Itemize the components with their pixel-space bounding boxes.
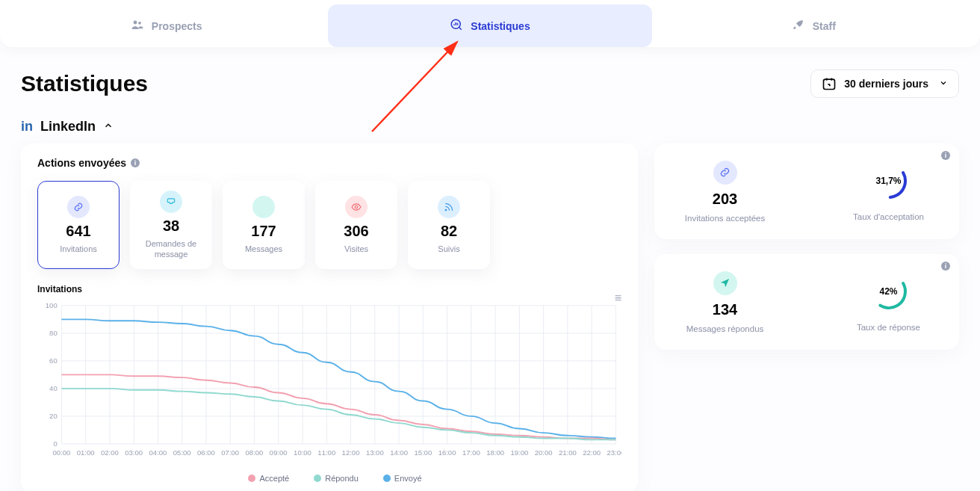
card-message-requests[interactable]: 38 Demandes de message <box>130 181 212 269</box>
rate-label: Taux de réponse <box>857 323 920 332</box>
stat-card-invitations-accepted: i 203 Invitations acceptées 31,7% Taux d… <box>654 143 959 239</box>
svg-text:12:00: 12:00 <box>342 448 360 457</box>
svg-point-0 <box>133 21 137 25</box>
svg-text:60: 60 <box>49 356 58 365</box>
svg-text:16:00: 16:00 <box>438 448 456 457</box>
card-visits[interactable]: 306 Visites <box>315 181 397 269</box>
chart-area: ≡ 02040608010000:0001:0002:0003:0004:000… <box>37 294 621 483</box>
svg-point-5 <box>355 206 358 209</box>
tab-statistiques[interactable]: Statistiques <box>328 4 651 47</box>
card-messages[interactable]: 177 Messages <box>223 181 305 269</box>
svg-text:0: 0 <box>53 439 57 448</box>
svg-text:80: 80 <box>49 329 58 337</box>
svg-text:40: 40 <box>49 384 58 392</box>
linkedin-icon: in <box>21 119 33 135</box>
chevron-down-icon <box>939 78 948 90</box>
eye-icon <box>345 196 368 218</box>
legend-sent: Envoyé <box>383 474 422 483</box>
stat-label: Invitations acceptées <box>685 214 765 223</box>
analytics-icon <box>450 18 463 34</box>
actions-panel: Actions envoyées i 641 Invitations 38 De… <box>21 143 638 491</box>
svg-text:11:00: 11:00 <box>317 448 335 457</box>
svg-point-1 <box>138 22 141 25</box>
svg-text:06:00: 06:00 <box>197 448 215 457</box>
svg-text:09:00: 09:00 <box>270 448 288 457</box>
tab-label: Statistiques <box>471 20 530 32</box>
chart-title: Invitations <box>37 284 621 294</box>
card-value: 177 <box>251 223 276 240</box>
svg-text:20:00: 20:00 <box>535 448 553 457</box>
tab-label: Staff <box>813 20 836 32</box>
svg-text:20: 20 <box>49 412 58 420</box>
svg-text:14:00: 14:00 <box>390 448 408 457</box>
rate-label: Taux d'acceptation <box>853 212 924 221</box>
svg-text:15:00: 15:00 <box>414 448 432 457</box>
card-follows[interactable]: 82 Suivis <box>408 181 490 269</box>
calendar-icon <box>822 76 837 91</box>
card-value: 641 <box>66 223 90 240</box>
info-icon[interactable]: i <box>941 151 950 160</box>
svg-text:10:00: 10:00 <box>294 448 311 457</box>
stat-label: Messages répondus <box>686 324 764 333</box>
card-label: Invitations <box>57 244 100 255</box>
send-icon <box>252 196 275 218</box>
svg-text:23:00: 23:00 <box>607 448 621 457</box>
acceptance-rate-ring: 31,7% <box>869 161 908 200</box>
rate-value: 31,7% <box>869 161 908 200</box>
svg-text:04:00: 04:00 <box>149 448 167 457</box>
chevron-up-icon <box>103 120 114 134</box>
date-range-picker[interactable]: 30 derniers jours <box>810 70 959 98</box>
svg-text:03:00: 03:00 <box>125 448 143 457</box>
svg-text:18:00: 18:00 <box>486 448 504 457</box>
users-icon <box>131 18 144 34</box>
chart-menu-icon[interactable]: ≡ <box>615 291 621 305</box>
stat-card-messages-replied: i 134 Messages répondus 42% Taux de répo… <box>654 254 959 350</box>
stat-value: 203 <box>713 191 737 208</box>
info-icon[interactable]: i <box>131 158 140 167</box>
card-label: Visites <box>341 244 371 255</box>
rocket-icon <box>792 18 805 34</box>
link-icon <box>67 196 90 218</box>
tab-staff[interactable]: Staff <box>652 4 976 47</box>
svg-text:19:00: 19:00 <box>510 448 528 457</box>
panel-title: Actions envoyées <box>37 157 126 169</box>
svg-text:13:00: 13:00 <box>366 448 384 457</box>
rate-value: 42% <box>869 272 908 311</box>
svg-text:17:00: 17:00 <box>462 448 480 457</box>
metric-cards: 641 Invitations 38 Demandes de message 1… <box>37 181 621 269</box>
card-label: Suivis <box>435 244 462 255</box>
card-value: 38 <box>163 217 179 235</box>
legend-replied: Répondu <box>314 474 359 483</box>
card-invitations[interactable]: 641 Invitations <box>37 181 120 269</box>
top-tabs: Prospects Statistiques Staff <box>0 0 980 47</box>
card-value: 306 <box>344 223 368 240</box>
svg-point-6 <box>445 209 447 211</box>
inbox-icon <box>160 191 182 213</box>
card-label: Messages <box>242 244 285 255</box>
section-header[interactable]: in LinkedIn <box>21 119 959 135</box>
svg-text:05:00: 05:00 <box>173 448 191 457</box>
send-icon <box>713 271 737 295</box>
svg-text:07:00: 07:00 <box>221 448 239 457</box>
card-label: Demandes de message <box>130 239 212 260</box>
rss-icon <box>438 196 460 218</box>
page-title: Statistiques <box>21 71 148 96</box>
chart-legend: Accepté Répondu Envoyé <box>37 474 621 483</box>
date-range-label: 30 derniers jours <box>844 78 928 90</box>
stat-value: 134 <box>713 301 737 318</box>
svg-text:21:00: 21:00 <box>559 448 577 457</box>
svg-text:00:00: 00:00 <box>53 448 71 457</box>
legend-accepted: Accepté <box>248 474 289 483</box>
svg-text:02:00: 02:00 <box>101 448 119 457</box>
svg-text:22:00: 22:00 <box>583 448 601 457</box>
line-chart: 02040608010000:0001:0002:0003:0004:0005:… <box>37 294 621 468</box>
svg-text:01:00: 01:00 <box>77 448 95 457</box>
tab-label: Prospects <box>152 20 202 32</box>
svg-text:100: 100 <box>46 301 58 309</box>
info-icon[interactable]: i <box>941 262 950 271</box>
reply-rate-ring: 42% <box>869 272 908 311</box>
link-icon <box>713 161 737 185</box>
svg-text:08:00: 08:00 <box>246 448 264 457</box>
section-title: LinkedIn <box>40 119 96 135</box>
tab-prospects[interactable]: Prospects <box>4 4 328 47</box>
